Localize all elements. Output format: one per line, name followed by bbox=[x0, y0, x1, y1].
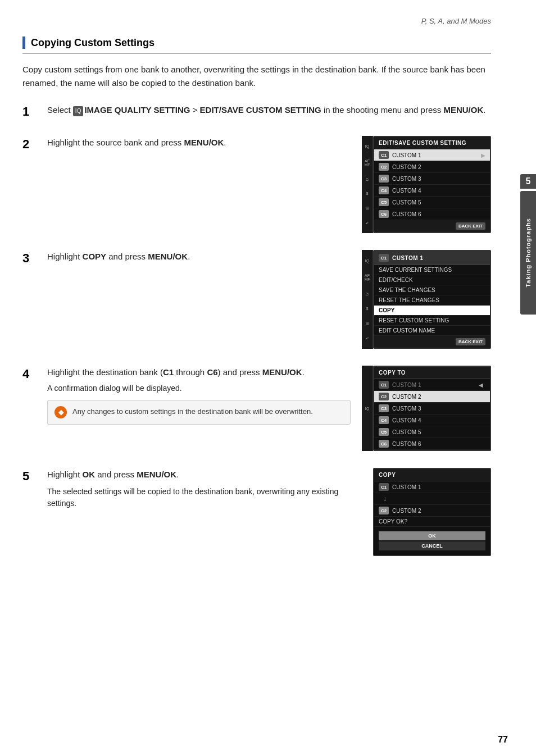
icon-bracket: ⊞ bbox=[366, 206, 369, 210]
step-3-text: Highlight COPY and press MENU/OK. bbox=[47, 250, 351, 263]
note-box: ◆ Any changes to custom settings in the … bbox=[47, 400, 351, 425]
screen4-badge-c1: C1 bbox=[379, 483, 389, 491]
page-number: 77 bbox=[498, 735, 508, 745]
step-4-number: 4 bbox=[22, 367, 36, 381]
screen3-label-c3: CUSTOM 3 bbox=[392, 406, 421, 412]
step-3-number: 3 bbox=[22, 251, 36, 266]
screen1-row-c4: C4 CUSTOM 4 bbox=[374, 185, 490, 197]
camera-icons-left-2: IQ AFMF 🗋 $ ⊞ ↙ bbox=[362, 250, 373, 349]
screen4-source-label: CUSTOM 1 bbox=[392, 484, 421, 490]
screen1-row-c1: C1 CUSTOM 1 ▶ bbox=[374, 149, 490, 161]
screen3-row-c6: C6 CUSTOM 6 bbox=[374, 438, 490, 450]
screen2-badge: C1 bbox=[379, 254, 389, 262]
step-4-sub: A confirmation dialog will be displayed. bbox=[47, 382, 351, 394]
badge-c4: C4 bbox=[379, 186, 389, 194]
screen2-row-reset-custom: RESET CUSTOM SETTING bbox=[374, 316, 490, 326]
icon-wrench: ↙ bbox=[366, 221, 369, 225]
screen3-row-c5: C5 CUSTOM 5 bbox=[374, 426, 490, 438]
step-1: 1 Select IQIMAGE QUALITY SETTING > EDIT/… bbox=[22, 103, 491, 119]
label-custom4: CUSTOM 4 bbox=[392, 188, 421, 194]
section-heading-text: Copying Custom Settings bbox=[31, 37, 155, 49]
screen1-footer: BACK EXIT bbox=[374, 220, 490, 232]
step-2-row: Highlight the source bank and press MENU… bbox=[47, 136, 491, 233]
badge-c2: C2 bbox=[379, 163, 389, 171]
step-4-text: Highlight the destination bank (C1 throu… bbox=[47, 366, 351, 379]
icon-af-2: AFMF bbox=[364, 274, 370, 281]
step-2-text-block: Highlight the source bank and press MENU… bbox=[47, 136, 351, 149]
camera-ui-3: COPY TO C1 CUSTOM 1 ◀ C2 C bbox=[373, 366, 491, 451]
intro-text: Copy custom settings from one bank to an… bbox=[22, 63, 491, 90]
camera-icons-left-1: IQ AFMF 🗋 $ ⊞ ↙ bbox=[362, 136, 373, 233]
step-5-number: 5 bbox=[22, 469, 36, 484]
screen3-badge-c2: C2 bbox=[379, 393, 389, 400]
screen4-body: C1 CUSTOM 1 ↓ C2 CUSTOM 2 bbox=[374, 481, 490, 527]
step-2-content: Highlight the source bank and press MENU… bbox=[47, 136, 491, 233]
screen1-row-c3: C3 CUSTOM 3 bbox=[374, 173, 490, 185]
screen1-row-c5: C5 CUSTOM 5 bbox=[374, 197, 490, 208]
badge-c6: C6 bbox=[379, 210, 389, 218]
arrow-right: ▶ bbox=[481, 152, 485, 158]
step-2-number: 2 bbox=[22, 137, 36, 152]
icon-iq-3: IQ bbox=[365, 407, 369, 411]
step-5-row: Highlight OK and press MENU/OK. The sele… bbox=[47, 468, 491, 556]
screen3-arrow: ◀ bbox=[479, 382, 483, 388]
screen4-row-confirm: COPY OK? bbox=[374, 517, 490, 527]
camera-ui-screen4: COPY C1 CUSTOM 1 ↓ bbox=[373, 468, 491, 556]
icon-iq-2: IQ bbox=[365, 259, 369, 263]
icon-dollar-2: $ bbox=[366, 307, 369, 311]
back-exit-btn-1: BACK EXIT bbox=[456, 222, 485, 230]
cancel-button[interactable]: CANCEL bbox=[379, 541, 485, 550]
steps-container: 1 Select IQIMAGE QUALITY SETTING > EDIT/… bbox=[22, 103, 491, 556]
side-tab-number: 5 bbox=[520, 174, 536, 189]
label-custom3: CUSTOM 3 bbox=[392, 176, 421, 182]
screen3-label-c6: CUSTOM 6 bbox=[392, 441, 421, 447]
screen3-label-c2: CUSTOM 2 bbox=[392, 394, 421, 400]
mode-indicator: P, S, A, and M Modes bbox=[22, 17, 491, 25]
camera-ui-4: COPY C1 CUSTOM 1 ↓ bbox=[373, 468, 491, 556]
step-5-text: Highlight OK and press MENU/OK. bbox=[47, 468, 362, 481]
screen2-row-edit-name: EDIT CUSTOM NAME bbox=[374, 326, 490, 336]
screen2-body: SAVE CURRENT SETTINGS EDIT/CHECK SAVE TH… bbox=[374, 265, 490, 336]
note-text: Any changes to custom settings in the de… bbox=[72, 406, 313, 417]
step-2: 2 Highlight the source bank and press ME… bbox=[22, 136, 491, 233]
step-4: 4 Highlight the destination bank (C1 thr… bbox=[22, 366, 491, 451]
screen4-row-source: C1 CUSTOM 1 bbox=[374, 481, 490, 493]
heading-bar bbox=[22, 37, 25, 49]
screen3-label-c4: CUSTOM 4 bbox=[392, 417, 421, 423]
camera-icons-left-3: IQ bbox=[362, 366, 373, 451]
screen1-row-c2: C2 CUSTOM 2 bbox=[374, 161, 490, 173]
screen2-header: C1 CUSTOM 1 bbox=[374, 251, 490, 265]
badge-c5: C5 bbox=[379, 198, 389, 206]
screen4-header: COPY bbox=[374, 469, 490, 481]
icon-wrench-2: ↙ bbox=[366, 336, 369, 340]
screen4-row-dest: C2 CUSTOM 2 bbox=[374, 505, 490, 517]
step-5-sub: The selected settings will be copied to … bbox=[47, 486, 362, 509]
side-tab: Taking Photographs bbox=[520, 191, 536, 315]
ok-button[interactable]: OK bbox=[379, 531, 485, 540]
screen1-header: EDIT/SAVE CUSTOM SETTING bbox=[374, 137, 490, 149]
icon-portrait: 🗋 bbox=[365, 177, 369, 181]
label-custom6: CUSTOM 6 bbox=[392, 211, 421, 217]
back-exit-btn-2: BACK EXIT bbox=[456, 338, 485, 345]
screen1-body: C1 CUSTOM 1 ▶ C2 CUSTOM 2 bbox=[374, 149, 490, 220]
screen2-row-save-changes: SAVE THE CHANGES bbox=[374, 285, 490, 295]
label-custom1: CUSTOM 1 bbox=[392, 152, 421, 158]
section-heading: Copying Custom Settings bbox=[22, 37, 491, 54]
screen4-dest-label: CUSTOM 2 bbox=[392, 508, 421, 514]
camera-ui-2: C1 CUSTOM 1 SAVE CURRENT SETTINGS EDIT/C… bbox=[373, 250, 491, 349]
screen3-body: C1 CUSTOM 1 ◀ C2 CUSTOM 2 bbox=[374, 379, 490, 450]
camera-ui-1: EDIT/SAVE CUSTOM SETTING C1 CUSTOM 1 ▶ C… bbox=[373, 136, 491, 233]
screen2-row-copy: COPY bbox=[374, 306, 490, 316]
screen3-row-c4: C4 CUSTOM 4 bbox=[374, 415, 490, 426]
screen3-badge-c3: C3 bbox=[379, 404, 389, 412]
note-icon: ◆ bbox=[54, 406, 67, 418]
screen2-footer: BACK EXIT bbox=[374, 336, 490, 348]
screen3-header: COPY TO bbox=[374, 367, 490, 379]
screen3-label-c1: CUSTOM 1 bbox=[392, 382, 421, 388]
screen3-row-c2: C2 CUSTOM 2 bbox=[374, 391, 490, 403]
step-4-content: Highlight the destination bank (C1 throu… bbox=[47, 366, 491, 451]
step-3-row: Highlight COPY and press MENU/OK. IQ AFM… bbox=[47, 250, 491, 349]
step-2-text: Highlight the source bank and press MENU… bbox=[47, 136, 351, 149]
label-custom5: CUSTOM 5 bbox=[392, 199, 421, 206]
screen4-badge-c2: C2 bbox=[379, 507, 389, 514]
